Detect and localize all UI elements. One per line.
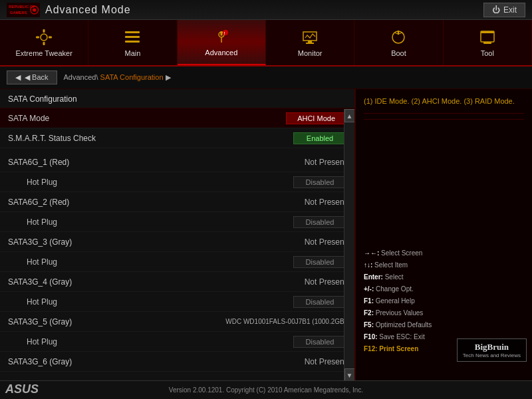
tab-monitor-label: Monitor <box>298 49 323 57</box>
config-row-sata-mode[interactable]: SATA Mode AHCI Mode <box>0 108 354 128</box>
sata-mode-value[interactable]: AHCI Mode <box>286 112 346 124</box>
key-hint-enter: Enter: Select <box>364 271 524 283</box>
bigbruin-subtitle: Tech News and Reviews <box>463 352 521 358</box>
tool-icon <box>478 28 497 47</box>
sata6g1-hotplug-label: Hot Plug <box>16 178 57 187</box>
svg-rect-7 <box>43 42 45 45</box>
tab-tool[interactable]: Tool <box>444 20 532 65</box>
main-icon <box>123 28 142 47</box>
top-bar: REPUBLIC OF GAMERS Advanced Mode ⏻ Exit <box>0 0 532 20</box>
config-row-sata3g3: SATA3G_3 (Gray) Not Present <box>0 232 354 252</box>
sata6g2-value: Not Present <box>305 198 346 207</box>
panel-title: SATA Configuration <box>0 89 354 108</box>
config-row-smart[interactable]: S.M.A.R.T. Status Check Enabled <box>0 128 354 148</box>
key-hint-arrows: →←: Select Screen <box>364 247 524 259</box>
extreme-tweaker-icon <box>35 28 53 47</box>
breadcrumb-bar: ◀ ◀ Back Advanced\ SATA Configuration ▶ <box>0 66 532 89</box>
tab-advanced[interactable]: ! Advanced <box>178 20 266 65</box>
svg-rect-18 <box>308 41 312 43</box>
right-panel: (1) IDE Mode. (2) AHCI Mode. (3) RAID Mo… <box>356 89 532 382</box>
config-row-sata3g4-hotplug[interactable]: Hot Plug Disabled <box>0 292 354 312</box>
tab-navigation: Extreme Tweaker Main ! Advanced <box>0 20 532 66</box>
page-title: Advanced Mode <box>45 4 131 16</box>
config-row-sata6g2-hotplug[interactable]: Hot Plug Disabled <box>0 212 354 232</box>
help-text: (1) IDE Mode. (2) AHCI Mode. (3) RAID Mo… <box>364 96 524 114</box>
boot-icon <box>389 28 408 47</box>
svg-rect-12 <box>125 41 140 43</box>
tab-boot-label: Boot <box>391 49 406 57</box>
version-text: Version 2.00.1201. Copyright (C) 2010 Am… <box>169 386 363 394</box>
svg-rect-19 <box>306 43 314 44</box>
sata6g1-label: SATA6G_1 (Red) <box>8 158 69 167</box>
sata3g3-hotplug-label: Hot Plug <box>16 257 57 267</box>
sata3g3-label: SATA3G_3 (Gray) <box>8 237 72 247</box>
logo-area: REPUBLIC OF GAMERS Advanced Mode <box>7 2 131 18</box>
exit-button[interactable]: ⏻ Exit <box>483 3 525 17</box>
sata3g5-hotplug-value[interactable]: Disabled <box>293 336 346 348</box>
main-content: SATA Configuration SATA Mode AHCI Mode S… <box>0 89 532 382</box>
tab-boot[interactable]: Boot <box>354 20 443 65</box>
tab-main[interactable]: Main <box>88 20 177 65</box>
svg-point-5 <box>41 34 47 41</box>
rog-logo: REPUBLIC OF GAMERS <box>7 2 40 18</box>
svg-rect-11 <box>125 36 140 38</box>
smart-value[interactable]: Enabled <box>293 132 346 144</box>
key-hint-f5: F5: Optimized Defaults <box>364 319 524 331</box>
key-hint-f1: F1: General Help <box>364 295 524 307</box>
sata3g6-value: Not Present <box>305 357 346 366</box>
config-row-sata3g5-hotplug[interactable]: Hot Plug Disabled <box>0 332 354 352</box>
config-row-sata3g3-hotplug[interactable]: Hot Plug Disabled <box>0 252 354 272</box>
help-divider <box>364 119 524 120</box>
bigbruin-badge: BigBruin Tech News and Reviews <box>457 338 527 362</box>
sata3g4-label: SATA3G_4 (Gray) <box>8 277 72 287</box>
tab-main-label: Main <box>125 49 141 57</box>
sata3g5-hotplug-label: Hot Plug <box>16 337 57 346</box>
monitor-icon <box>301 28 319 47</box>
svg-text:!: ! <box>223 31 225 35</box>
config-row-sata3g4: SATA3G_4 (Gray) Not Present <box>0 272 354 292</box>
sata6g2-hotplug-value[interactable]: Disabled <box>293 216 346 228</box>
bottom-bar: ASUS Version 2.00.1201. Copyright (C) 20… <box>0 380 532 399</box>
config-row-sata6g2: SATA6G_2 (Red) Not Present <box>0 192 354 212</box>
sata6g2-label: SATA6G_2 (Red) <box>8 198 69 207</box>
svg-rect-6 <box>43 29 45 33</box>
config-row-sata6g1: SATA6G_1 (Red) Not Present <box>0 152 354 172</box>
breadcrumb: Advanced\ SATA Configuration ▶ <box>64 73 171 82</box>
tab-monitor[interactable]: Monitor <box>266 20 354 65</box>
tab-tool-label: Tool <box>481 49 494 57</box>
svg-text:GAMERS: GAMERS <box>10 10 27 14</box>
smart-label: S.M.A.R.T. Status Check <box>8 134 96 143</box>
bigbruin-title: BigBruin <box>463 342 521 352</box>
tab-extreme-tweaker[interactable]: Extreme Tweaker <box>0 20 88 65</box>
config-row-sata3g6: SATA3G_6 (Gray) Not Present <box>0 352 354 372</box>
tab-extreme-tweaker-label: Extreme Tweaker <box>15 49 72 57</box>
svg-rect-9 <box>49 37 52 39</box>
key-hint-plusminus: +/-: Change Opt. <box>364 283 524 295</box>
scroll-up-button[interactable]: ▲ <box>344 109 355 122</box>
sata3g4-value: Not Present <box>305 277 346 287</box>
asus-logo: ASUS <box>5 382 39 396</box>
sata6g1-hotplug-value[interactable]: Disabled <box>293 176 346 188</box>
config-section[interactable]: SATA Mode AHCI Mode S.M.A.R.T. Status Ch… <box>0 108 354 381</box>
sata3g3-value: Not Present <box>305 237 346 247</box>
config-row-sata6g1-hotplug[interactable]: Hot Plug Disabled <box>0 172 354 192</box>
sata3g4-hotplug-label: Hot Plug <box>16 297 57 307</box>
svg-rect-10 <box>125 31 140 33</box>
back-button[interactable]: ◀ ◀ Back <box>7 70 57 84</box>
scroll-track: ▲ ▼ <box>344 109 354 382</box>
svg-point-15 <box>220 31 223 34</box>
sata3g6-label: SATA3G_6 (Gray) <box>8 357 72 366</box>
key-hint-updown: ↑↓: Select Item <box>364 259 524 271</box>
sata3g3-hotplug-value[interactable]: Disabled <box>293 256 346 268</box>
scroll-down-button[interactable]: ▼ <box>344 368 355 382</box>
sata3g4-hotplug-value[interactable]: Disabled <box>293 296 346 308</box>
svg-rect-22 <box>483 42 491 44</box>
svg-rect-8 <box>36 37 39 39</box>
sata6g2-hotplug-label: Hot Plug <box>16 217 57 227</box>
exit-icon: ⏻ <box>492 5 500 15</box>
svg-rect-23 <box>481 31 494 33</box>
sata3g5-value: WDC WD1001FALS-00J7B1 (1000.2GB) <box>225 318 346 325</box>
tab-advanced-label: Advanced <box>205 49 237 57</box>
key-hint-f2: F2: Previous Values <box>364 307 524 319</box>
left-panel: SATA Configuration SATA Mode AHCI Mode S… <box>0 89 356 382</box>
